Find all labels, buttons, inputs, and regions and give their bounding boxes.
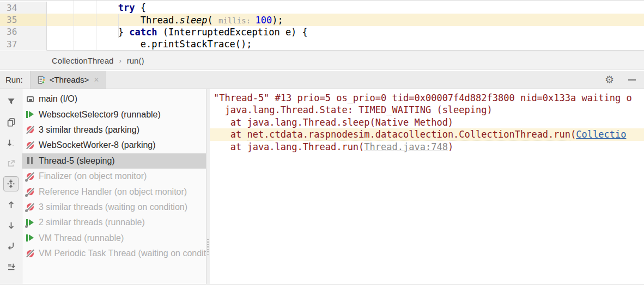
close-icon[interactable]: × xyxy=(94,75,99,85)
stack-text: "Thread-5" #13 prio=5 os_prio=0 tid=0x00… xyxy=(214,92,632,103)
debugger-content: main (I/O)WebsocketSelector9 (runnable)3… xyxy=(0,89,644,284)
stack-trace-line: at java.lang.Thread.run(Thread.java:748) xyxy=(210,141,644,153)
daemon-badge xyxy=(25,194,28,197)
thread-label: Finalizer (on object monitor) xyxy=(39,171,147,181)
editor-line[interactable]: 35 Thread.sleep( millis: 100); xyxy=(0,14,644,26)
stack-text: ) xyxy=(448,141,453,152)
stack-text: at xyxy=(214,129,247,140)
thread-list-item[interactable]: 3 similar threads (waiting on condition) xyxy=(22,200,206,215)
parked-thread-icon xyxy=(26,187,35,196)
thread-dump-icon xyxy=(37,76,46,84)
breadcrumb: CollectionThread›run() xyxy=(0,51,644,70)
tab-threads-label: <Threads> xyxy=(50,75,89,84)
thread-list-item[interactable]: WebSocketWorker-8 (parking) xyxy=(22,138,206,153)
source-link[interactable]: Thread.java:748 xyxy=(364,141,448,152)
thread-list-item[interactable]: VM Periodic Task Thread (waiting on cond… xyxy=(22,246,206,261)
export-icon xyxy=(3,156,19,171)
rerun-icon[interactable] xyxy=(3,238,19,253)
thread-label: VM Periodic Task Thread (waiting on cond… xyxy=(39,249,206,258)
run-label: Run: xyxy=(5,75,23,84)
stack-text: java.lang.Thread.State: TIMED_WAITING (s… xyxy=(214,104,493,115)
thread-label: Thread-5 (sleeping) xyxy=(39,156,115,166)
thread-list-item[interactable]: Finalizer (on object monitor) xyxy=(22,169,206,184)
thread-label: 2 similar threads (runnable) xyxy=(39,218,145,227)
splitter-grip-icon xyxy=(207,239,209,255)
parked-thread-icon xyxy=(26,125,35,134)
editor-lines: 34 try {35 Thread.sleep( millis: 100);36… xyxy=(0,2,644,51)
thread-label: 3 similar threads (parking) xyxy=(39,125,139,135)
sort-threads-icon[interactable] xyxy=(3,135,19,150)
editor-line[interactable]: 36 } catch (InterruptedException e) { xyxy=(0,26,644,38)
thread-label: WebsocketSelector9 (runnable) xyxy=(39,110,161,120)
stack-trace-line: "Thread-5" #13 prio=5 os_prio=0 tid=0x00… xyxy=(210,92,644,104)
line-number: 35 xyxy=(0,14,47,26)
ide-debugger-window: { "editor": { "lines": [ {"number":"34",… xyxy=(0,0,644,285)
running-thread-icon xyxy=(26,218,35,227)
thread-stack-console[interactable]: "Thread-5" #13 prio=5 os_prio=0 tid=0x00… xyxy=(210,89,644,284)
thread-list-item[interactable]: 3 similar threads (parking) xyxy=(22,122,206,138)
parked-thread-icon xyxy=(26,202,35,212)
editor-line[interactable]: 34 try { xyxy=(0,2,644,14)
arrow-down-icon[interactable] xyxy=(3,218,19,233)
copy-icon[interactable] xyxy=(3,114,19,129)
tab-threads[interactable]: <Threads> × xyxy=(30,71,106,89)
stack-text: ( xyxy=(570,129,576,140)
breadcrumb-item[interactable]: CollectionThread xyxy=(52,56,113,65)
thread-label: main (I/O) xyxy=(39,94,77,104)
panel-splitter[interactable] xyxy=(206,89,210,284)
parked-thread-icon xyxy=(26,172,35,181)
daemon-badge xyxy=(25,179,28,182)
running-thread-icon xyxy=(26,233,35,243)
thread-list: main (I/O)WebsocketSelector9 (runnable)3… xyxy=(22,89,206,284)
thread-list-item[interactable]: Thread-5 (sleeping) xyxy=(22,153,206,169)
code-text: } catch (InterruptedException e) { xyxy=(47,27,308,38)
thread-list-item[interactable]: WebsocketSelector9 (runnable) xyxy=(22,107,206,122)
line-number: 37 xyxy=(0,38,47,50)
scroll-to-end-icon[interactable] xyxy=(3,259,19,274)
stack-trace-line: at net.ctdata.raspnodesim.datacollection… xyxy=(210,128,644,140)
gear-icon[interactable]: ⚙ xyxy=(605,75,614,85)
io-thread-icon xyxy=(26,95,35,104)
arrow-up-icon[interactable] xyxy=(3,197,19,212)
line-number: 34 xyxy=(0,2,47,14)
daemon-badge xyxy=(25,225,28,228)
sleeping-thread-icon xyxy=(26,156,35,165)
code-text: try { xyxy=(47,2,146,13)
stack-trace-line: at java.lang.Thread.sleep(Native Method) xyxy=(210,116,644,128)
stack-text: net.ctdata.raspnodesim.datacollection.Co… xyxy=(247,129,570,140)
editor-line[interactable]: 37 e.printStackTrace(); xyxy=(0,38,644,50)
thread-list-item[interactable]: 2 similar threads (runnable) xyxy=(22,215,206,230)
daemon-badge xyxy=(25,209,28,212)
code-text: Thread.sleep( millis: 100); xyxy=(47,15,283,26)
code-editor[interactable]: 34 try {35 Thread.sleep( millis: 100);36… xyxy=(0,0,644,51)
stack-text: at java.lang.Thread.sleep(Native Method) xyxy=(214,117,453,128)
parked-thread-icon xyxy=(26,141,35,150)
thread-label: Reference Handler (on object monitor) xyxy=(39,187,187,197)
breadcrumb-separator: › xyxy=(119,57,121,65)
minimize-icon[interactable] xyxy=(628,79,636,80)
run-toolbar: Run: <Threads> × ⚙ xyxy=(0,71,644,89)
code-text: e.printStackTrace(); xyxy=(47,39,252,49)
source-link[interactable]: Collectio xyxy=(576,129,626,140)
parked-thread-icon xyxy=(26,249,35,258)
thread-list-item[interactable]: Reference Handler (on object monitor) xyxy=(22,184,206,199)
thread-label: WebSocketWorker-8 (parking) xyxy=(39,140,156,150)
thread-label: 3 similar threads (waiting on condition) xyxy=(39,202,187,212)
stack-trace-line: java.lang.Thread.State: TIMED_WAITING (s… xyxy=(210,104,644,116)
stack-text: at java.lang.Thread.run( xyxy=(214,141,364,152)
thread-list-item[interactable]: VM Thread (runnable) xyxy=(22,231,206,246)
thread-list-item[interactable]: main (I/O) xyxy=(22,91,206,107)
collapse-icon[interactable] xyxy=(3,176,19,191)
thread-toolbar xyxy=(0,89,22,284)
running-thread-icon xyxy=(26,110,35,119)
thread-label: VM Thread (runnable) xyxy=(39,233,124,243)
filter-icon[interactable] xyxy=(3,94,19,109)
line-number: 36 xyxy=(0,26,47,38)
breadcrumb-item[interactable]: run() xyxy=(127,56,144,65)
